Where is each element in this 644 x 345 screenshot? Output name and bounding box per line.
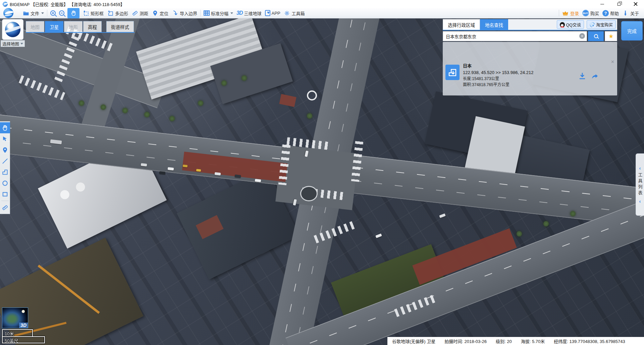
measure-tool-button[interactable]: 测距 [130,8,150,18]
chevron-down-icon [230,12,233,14]
search-input[interactable] [443,31,587,41]
circle-tool-button[interactable] [0,178,10,189]
standard-sheet-button[interactable]: 标准分幅 [202,8,235,18]
tab-satellite-label: 卫星 [50,23,59,30]
download-icon[interactable] [578,72,586,80]
taobao-buy-button[interactable]: 淘宝购买 [587,20,616,29]
file-menu-button[interactable]: 文件 [21,8,46,18]
status-capture-date: 拍摄时间: 2018-03-26 [444,338,487,344]
toolbar-separator [559,10,559,16]
help-button[interactable]: ? 帮助 [601,8,621,18]
app-button[interactable]: APP [263,8,282,18]
buy-button[interactable]: BUY! 购买 [581,8,601,18]
import-boundary-label: 导入边界 [180,10,197,16]
tab-satellite[interactable]: 卫星 [45,21,63,32]
tool-strip-divider [1,201,9,201]
star-icon: ★ [608,33,613,40]
result-item[interactable]: 日本 122.938, 45.520 >> 153.986, 24.212 长度… [445,63,614,88]
scale-bar: 10米 50英尺 [2,329,45,343]
map-subway-entrance [300,186,318,201]
map-tree [517,231,522,236]
result-name: 日本 [463,63,533,69]
search-results: ✕ 日本 122.938, 45.520 >> 153.986, 24.212 … [443,42,617,95]
standard-sheet-label: 标准分幅 [211,10,228,16]
buy-label: 购买 [590,10,599,16]
bigemap-logo-large-icon [3,8,13,18]
tab-terrain[interactable]: 地形 [64,21,83,32]
line-icon [2,158,8,164]
toolbox-button[interactable]: 工具箱 [282,8,307,18]
google-earth-logo-icon [5,22,20,37]
rectangle-tool-button[interactable] [0,189,10,200]
app-download-icon [265,10,270,16]
import-boundary-button[interactable]: 导入边界 [170,8,199,18]
minimize-button[interactable] [594,0,610,8]
title-bar: BIGEMAP 【已授权: 全能版】 【咨询电话: 400-118-5459】 [0,0,644,8]
rect-frame-tool-button[interactable]: 矩形框 [81,8,105,18]
help-label: 帮助 [610,10,619,16]
clear-search-button[interactable]: × [579,33,585,39]
left-tool-strip [0,121,10,214]
line-tool-button[interactable] [0,155,10,166]
map-taxi [196,169,201,172]
map-vehicle [439,213,446,218]
status-bar: 谷歌地球(无偏移) 卫星 拍摄时间: 2018-03-26 级别: 20 海拔:… [387,337,644,345]
minimize-icon [600,4,604,4]
tab-admin-region[interactable]: 选择行政区域 [443,19,480,30]
tool-list-tab[interactable]: ‹ 工具列表 ‹ [636,153,644,216]
map-type-tabs: 地图 卫星 地形 高程 街道样式 [26,21,135,32]
qq-chat-button[interactable]: QQ交谈 [557,20,584,29]
restore-button[interactable] [610,0,627,8]
login-button[interactable]: 登录 [560,8,581,18]
tab-map[interactable]: 地图 [26,21,44,32]
polygon-tool-button[interactable]: 多边形 [105,8,130,18]
marker-tool-button[interactable] [0,144,10,155]
app-title: BIGEMAP 【已授权: 全能版】 【咨询电话: 400-118-5459】 [10,1,125,7]
measure-side-button[interactable] [0,202,10,213]
polygon-label: 多边形 [115,10,128,16]
polygon-icon [107,10,114,16]
locate-tool-button[interactable]: 定位 [150,8,170,18]
hand-icon [70,10,77,16]
search-button[interactable] [588,31,604,41]
map-tree [79,100,84,106]
map-tree [543,221,549,226]
about-label: 关于 [630,10,639,16]
chevron-down-icon [41,12,44,14]
mini-globe-3d-button[interactable]: 3D [2,307,28,328]
polygon-draw-tool-button[interactable] [0,166,10,178]
favorite-button[interactable]: ★ [605,31,617,41]
globe-3d-button[interactable]: 3D 三维地球 [235,8,263,18]
map-tree [169,116,175,121]
pan-tool-side-button[interactable] [0,122,10,133]
map-tree [122,108,128,113]
finish-button[interactable]: 完成 [621,21,643,41]
tab-place-search-label: 地名查找 [485,21,503,28]
locate-label: 定位 [160,10,168,16]
necktie-icon [622,10,629,16]
map-tree [221,80,227,86]
tab-map-label: 地图 [31,23,40,30]
3d-badge-icon: 3D [236,10,243,16]
about-button[interactable]: 关于 [621,8,641,18]
close-button[interactable] [627,0,644,8]
share-icon[interactable] [591,72,599,80]
tab-street-style[interactable]: 街道样式 [106,21,134,32]
map-source-button[interactable] [2,19,23,40]
search-panel-tabs: 选择行政区域 地名查找 QQ交谈 淘宝购买 [443,19,617,30]
scale-imperial-label: 50英尺 [5,338,18,343]
qq-penguin-icon [560,22,565,27]
choose-map-button[interactable]: 选择地图 [1,40,25,47]
zoom-in-button[interactable] [49,8,57,18]
map-tree [570,211,576,216]
tab-elevation[interactable]: 高程 [83,21,102,32]
finish-label: 完成 [627,27,637,34]
tab-place-search[interactable]: 地名查找 [480,19,508,30]
taobao-buy-label: 淘宝购买 [596,21,613,28]
pan-tool-button[interactable] [67,8,79,18]
zoom-out-button[interactable] [57,8,66,18]
folder-icon [22,10,29,16]
search-icon [594,34,598,38]
select-tool-button[interactable] [0,133,10,144]
chevron-left-icon: ‹ [639,199,641,204]
